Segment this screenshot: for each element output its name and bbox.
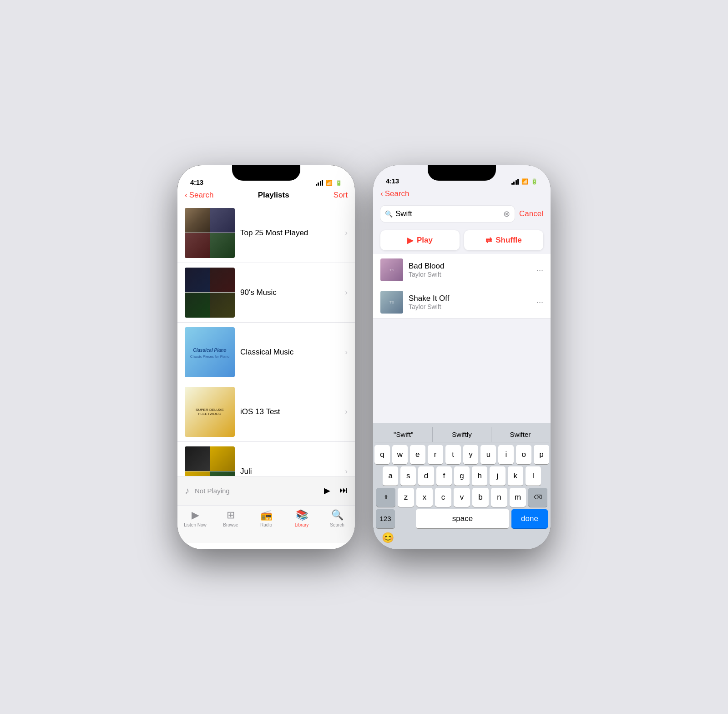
suggestion-swift[interactable]: "Swift" — [374, 427, 433, 442]
done-key[interactable]: done — [511, 509, 548, 528]
numbers-key[interactable]: 123 — [376, 509, 395, 528]
playlist-thumb: SUPER DELUXEFLEETWOOD — [185, 387, 235, 437]
play-button[interactable]: ▶ Play — [380, 230, 460, 250]
key-t[interactable]: t — [445, 445, 461, 464]
list-item[interactable]: SUPER DELUXEFLEETWOOD iOS 13 Test › — [177, 382, 355, 442]
key-c[interactable]: c — [435, 488, 451, 507]
status-icons-2: 📶 🔋 — [511, 178, 538, 185]
song-artist: Taylor Swift — [409, 271, 531, 278]
list-item[interactable]: Juli › — [177, 442, 355, 476]
battery-icon: 🔋 — [335, 180, 342, 186]
now-playing-bar[interactable]: ♪ Not Playing ▶ ⏭ — [177, 476, 355, 505]
notch-2 — [428, 165, 496, 181]
suggestion-swifter[interactable]: Swifter — [491, 427, 549, 442]
playlist-info: Juli — [240, 467, 339, 476]
nav-bar-1: ‹ Search Playlists Sort — [177, 190, 355, 203]
cancel-button[interactable]: Cancel — [519, 209, 543, 218]
playlist-scroll[interactable]: Top 25 Most Played › 90's Music › — [177, 203, 355, 476]
playlist-thumb: Classical Piano Classic Pieces for Piano — [185, 327, 235, 377]
phone-2: 4:13 📶 🔋 ‹ Search — [373, 165, 551, 549]
key-y[interactable]: y — [463, 445, 479, 464]
key-v[interactable]: v — [454, 488, 470, 507]
key-h[interactable]: h — [472, 466, 487, 486]
key-q[interactable]: q — [374, 445, 390, 464]
key-l[interactable]: l — [526, 466, 541, 486]
delete-key[interactable]: ⌫ — [528, 488, 547, 507]
playlist-info: Top 25 Most Played — [240, 228, 339, 238]
space-key[interactable]: space — [416, 509, 509, 528]
clear-search-button[interactable]: ⊗ — [503, 209, 510, 219]
key-k[interactable]: k — [508, 466, 523, 486]
key-p[interactable]: p — [534, 445, 549, 464]
key-e[interactable]: e — [410, 445, 425, 464]
song-info: Bad Blood Taylor Swift — [409, 262, 531, 278]
status-icons-1: 📶 🔋 — [316, 180, 343, 186]
sort-button[interactable]: Sort — [334, 191, 348, 200]
tab-library-label: Library — [295, 522, 309, 527]
key-u[interactable]: u — [480, 445, 496, 464]
tab-search[interactable]: 🔍 Search — [319, 509, 355, 527]
key-m[interactable]: m — [510, 488, 526, 507]
search-field[interactable]: Swift — [395, 209, 500, 218]
keyboard[interactable]: "Swift" Swiftly Swifter q w e — [373, 423, 551, 549]
list-item[interactable]: Classical Piano Classic Pieces for Piano… — [177, 323, 355, 382]
library-icon: 📚 — [296, 509, 308, 521]
playback-controls[interactable]: ▶ ⏭ — [324, 486, 348, 496]
playlist-name: Juli — [240, 467, 339, 476]
list-item[interactable]: Top 25 Most Played › — [177, 203, 355, 263]
more-options-button-2[interactable]: ··· — [536, 298, 543, 307]
key-d[interactable]: d — [418, 466, 434, 486]
search-tab-icon: 🔍 — [331, 509, 344, 521]
playlist-name: Classical Music — [240, 348, 339, 357]
key-b[interactable]: b — [472, 488, 489, 507]
play-pause-button[interactable]: ▶ — [324, 486, 330, 496]
back-button-1[interactable]: ‹ Search — [185, 191, 214, 200]
playlist-info: Classical Music — [240, 348, 339, 357]
status-time-1: 4:13 — [190, 178, 203, 186]
key-f[interactable]: f — [436, 466, 452, 486]
search-results-list[interactable]: TS Bad Blood Taylor Swift ··· TS Shake I… — [373, 254, 551, 423]
back-button-2[interactable]: ‹ Search — [380, 189, 410, 198]
shift-key[interactable]: ⇧ — [376, 488, 395, 507]
song-item[interactable]: TS Bad Blood Taylor Swift ··· — [373, 254, 551, 286]
search-icon: 🔍 — [385, 210, 393, 218]
list-item[interactable]: 90's Music › — [177, 263, 355, 323]
tab-listen-now[interactable]: ▶ Listen Now — [177, 509, 213, 527]
fast-forward-button[interactable]: ⏭ — [339, 486, 348, 496]
search-input-wrap[interactable]: 🔍 Swift ⊗ — [380, 206, 515, 222]
browse-icon: ⊞ — [227, 509, 235, 521]
suggestion-swiftly[interactable]: Swiftly — [433, 427, 491, 442]
song-item[interactable]: TS Shake It Off Taylor Swift ··· — [373, 286, 551, 319]
chevron-right-icon: › — [345, 467, 348, 476]
shuffle-button[interactable]: ⇄ Shuffle — [464, 230, 543, 250]
key-s[interactable]: s — [400, 466, 416, 486]
key-r[interactable]: r — [428, 445, 443, 464]
key-x[interactable]: x — [416, 488, 433, 507]
emoji-button[interactable]: 😊 — [382, 532, 394, 544]
more-options-button[interactable]: ··· — [536, 265, 543, 275]
key-a[interactable]: a — [383, 466, 398, 486]
tab-library[interactable]: 📚 Library — [284, 509, 319, 527]
key-g[interactable]: g — [454, 466, 470, 486]
wifi-icon-2: 📶 — [521, 178, 528, 185]
playlist-thumb — [185, 268, 235, 318]
key-o[interactable]: o — [516, 445, 531, 464]
key-n[interactable]: n — [491, 488, 507, 507]
search-bar-container[interactable]: 🔍 Swift ⊗ Cancel — [373, 202, 551, 227]
album-art: TS — [380, 291, 403, 314]
tab-browse[interactable]: ⊞ Browse — [213, 509, 248, 527]
song-title: Shake It Off — [409, 294, 531, 303]
key-i[interactable]: i — [498, 445, 514, 464]
keyboard-bottom-row: 123 space done — [374, 509, 549, 528]
key-z[interactable]: z — [398, 488, 414, 507]
tab-radio[interactable]: 📻 Radio — [248, 509, 284, 527]
chevron-right-icon: › — [345, 407, 348, 416]
keyboard-row-3: ⇧ z x c v b n m ⌫ — [374, 488, 549, 507]
key-w[interactable]: w — [392, 445, 408, 464]
emoji-key[interactable] — [397, 509, 414, 528]
key-j[interactable]: j — [490, 466, 505, 486]
playlist-name: Top 25 Most Played — [240, 228, 339, 238]
playlist-name: iOS 13 Test — [240, 407, 339, 416]
signal-icon — [316, 180, 324, 186]
keyboard-row-1: q w e r t y u i o p — [374, 445, 549, 464]
